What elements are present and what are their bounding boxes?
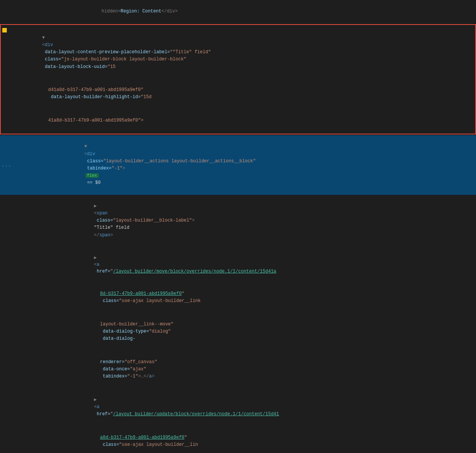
dom-line-hidden: hidden>Region: Content</div> [0, 0, 476, 23]
highlighted-block-inner: ▼ <div data-layout-content-preview-place… [1, 25, 475, 134]
dom-line-anchor-update-cont: a8d-b317-47b9-a001-abd1995a9ef0" class="… [0, 426, 476, 453]
dom-line-anchor-update[interactable]: ▶ <a href="/layout_builder/update/block/… [0, 388, 476, 426]
dom-tree: hidden>Region: Content</div> ▼ <div data… [0, 0, 476, 453]
dom-line-uuid-cont: d41a8d-b317-47b9-a001-abd1995a9ef0" data… [5, 79, 472, 109]
expand-arrow: ▼ [42, 35, 45, 40]
ellipsis-indicator: ... [2, 162, 11, 168]
selected-line-container: ... ▼ <div class="layout-builder__action… [0, 135, 476, 195]
dom-line-anchor-move-cont: 8d-b317-47b9-a001-abd1995a9ef0" class="u… [0, 282, 476, 313]
dom-line-anchor-move-cont2: layout-builder__link--move" data-dialog-… [0, 313, 476, 351]
dom-line-div-block[interactable]: ▼ <div data-layout-content-preview-place… [5, 26, 472, 79]
dom-line-actions[interactable]: ▼ <div class="layout-builder__actions la… [0, 135, 476, 195]
flex-badge: flex [85, 173, 98, 178]
dom-line-anchor-move[interactable]: ▶ <a href="/layout_builder/move/block/ov… [0, 247, 476, 282]
close-tag: </div> [161, 9, 178, 14]
highlighted-block: ▼ <div data-layout-content-preview-place… [0, 24, 476, 135]
dom-line-span-label[interactable]: ▶ <span class="layout-builder__block-lab… [0, 195, 476, 247]
tag-text: Region: Content [121, 9, 161, 14]
dom-line-highlight-id: 41a8d-b317-47b9-a001-abd1995a9ef0"> [5, 109, 472, 133]
dom-line-anchor-move-cont3: renderer="off_canvas" data-once="ajax" t… [0, 351, 476, 388]
tag-bracket: hidden> [102, 9, 121, 14]
